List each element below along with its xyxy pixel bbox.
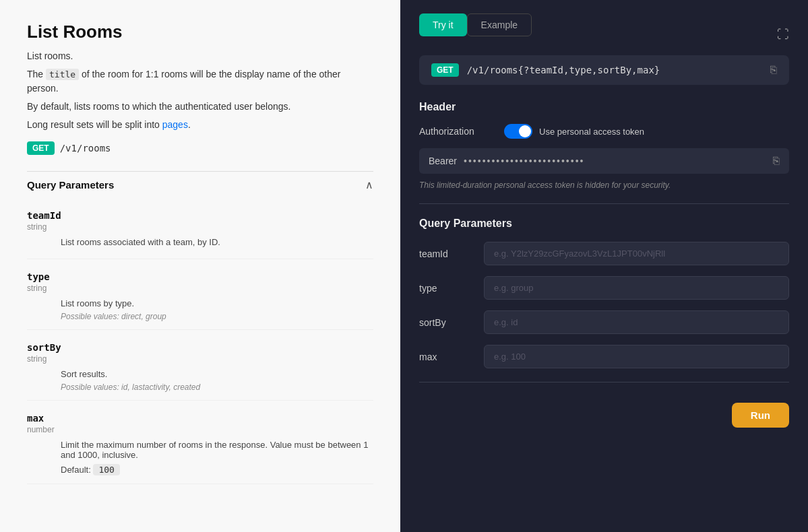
param-desc-max: Limit the maximum number of rooms in the… — [61, 440, 373, 460]
param-label-type: type — [419, 283, 473, 294]
param-teamId: teamId string List rooms associated with… — [27, 198, 373, 259]
code-title: title — [46, 69, 79, 80]
header-section-title: Header — [419, 101, 789, 113]
page-title: List Rooms — [27, 22, 373, 42]
description-1: List rooms. — [27, 49, 373, 63]
param-input-teamId: teamId — [419, 242, 789, 265]
param-input-max: max — [419, 345, 789, 368]
description-2: The title of the room for 1:1 rooms will… — [27, 67, 373, 96]
run-button[interactable]: Run — [732, 403, 789, 428]
authorization-label: Authorization — [419, 126, 493, 137]
bearer-row: Bearer •••••••••••••••••••••••••• ⎘ — [419, 148, 789, 174]
endpoint-path-dark: /v1/rooms{?teamId,type,sortBy,max} — [467, 65, 762, 75]
param-field-type[interactable] — [484, 276, 789, 300]
description-4: Long result sets will be split into page… — [27, 118, 373, 132]
param-max: max number Limit the maximum number of r… — [27, 401, 373, 484]
run-row: Run — [419, 396, 789, 428]
chevron-up-icon: ∧ — [365, 178, 373, 191]
param-name-type: type — [27, 271, 373, 282]
param-field-teamId[interactable] — [484, 242, 789, 265]
tabs-row: Try it Example — [419, 13, 532, 36]
expand-icon[interactable]: ⛶ — [777, 28, 789, 42]
param-name-sortBy: sortBy — [27, 342, 373, 353]
param-field-sortBy[interactable] — [484, 310, 789, 334]
param-name-max: max — [27, 413, 373, 424]
endpoint-row: GET /v1/rooms — [27, 141, 373, 155]
toggle-container: Use personal access token — [504, 124, 644, 139]
param-input-sortBy: sortBy — [419, 310, 789, 334]
param-desc-sortBy: Sort results. — [61, 369, 373, 379]
param-type-sortBy: string — [27, 354, 373, 364]
param-type-teamId: string — [27, 222, 373, 232]
param-type: type string List rooms by type. Possible… — [27, 259, 373, 330]
copy-icon[interactable]: ⎘ — [770, 64, 777, 76]
bearer-token: •••••••••••••••••••••••••• — [464, 156, 766, 166]
param-label-max: max — [419, 352, 473, 362]
endpoint-display: GET /v1/rooms{?teamId,type,sortBy,max} ⎘ — [419, 55, 789, 85]
param-default-max: Default: 100 — [61, 464, 373, 475]
endpoint-path: /v1/rooms — [60, 143, 111, 154]
get-badge: GET — [27, 141, 55, 155]
personal-access-toggle[interactable] — [504, 124, 532, 139]
param-label-teamId: teamId — [419, 248, 473, 259]
query-section-title: Query Parameters — [419, 218, 789, 230]
tab-try-it[interactable]: Try it — [419, 13, 467, 36]
divider-1 — [419, 203, 789, 204]
param-type-type: string — [27, 284, 373, 293]
pages-link[interactable]: pages — [162, 119, 188, 130]
param-type-max: number — [27, 425, 373, 434]
description-3: By default, lists rooms to which the aut… — [27, 100, 373, 114]
divider-2 — [419, 382, 789, 383]
right-panel: Try it Example ⛶ GET /v1/rooms{?teamId,t… — [400, 0, 808, 532]
param-name-teamId: teamId — [27, 210, 373, 221]
param-field-max[interactable] — [484, 345, 789, 368]
bearer-label: Bearer — [429, 156, 457, 166]
param-desc-type: List rooms by type. — [61, 298, 373, 308]
param-label-sortBy: sortBy — [419, 317, 473, 328]
param-input-type: type — [419, 276, 789, 300]
copy-bearer-icon[interactable]: ⎘ — [773, 155, 780, 167]
get-badge-dark: GET — [431, 63, 459, 77]
param-possible-type: Possible values: direct, group — [61, 312, 373, 321]
param-sortBy: sortBy string Sort results. Possible val… — [27, 330, 373, 401]
param-desc-teamId: List rooms associated with a team, by ID… — [61, 237, 373, 247]
param-possible-sortBy: Possible values: id, lastactivity, creat… — [61, 383, 373, 392]
tabs-container: Try it Example ⛶ — [419, 13, 789, 55]
left-panel: List Rooms List rooms. The title of the … — [0, 0, 400, 532]
query-params-toggle[interactable]: Query Parameters ∧ — [27, 171, 373, 198]
query-params-title: Query Parameters — [27, 179, 114, 191]
authorization-row: Authorization Use personal access token — [419, 124, 789, 139]
security-note: This limited-duration personal access to… — [419, 180, 789, 190]
tab-example[interactable]: Example — [467, 13, 532, 36]
toggle-label: Use personal access token — [539, 127, 644, 137]
default-value-max: 100 — [93, 464, 119, 475]
